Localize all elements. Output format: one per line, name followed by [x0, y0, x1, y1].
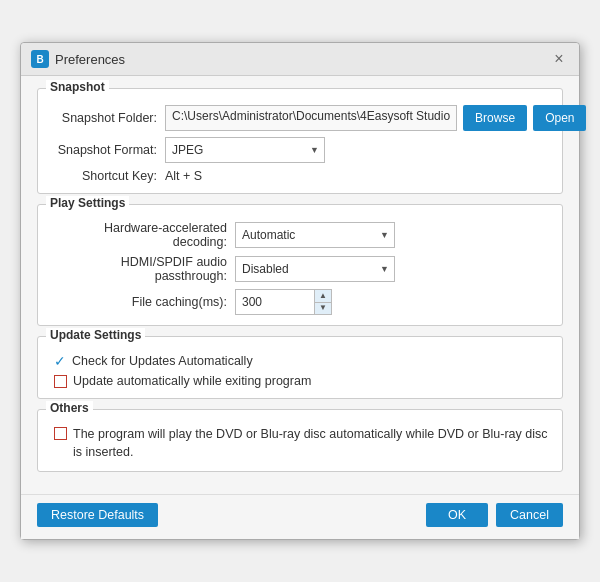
- others-row: The program will play the DVD or Blu-ray…: [50, 426, 550, 461]
- cache-input[interactable]: [235, 289, 315, 315]
- auto-update-row: Update automatically while exiting progr…: [50, 374, 550, 388]
- cache-spinner: ▲ ▼: [235, 289, 332, 315]
- hw-label: Hardware-accelerated decoding:: [50, 221, 235, 249]
- hdmi-select-wrapper: Disabled Enabled: [235, 256, 395, 282]
- app-icon: B: [31, 50, 49, 68]
- others-text: The program will play the DVD or Blu-ray…: [73, 426, 550, 461]
- auto-update-checkbox[interactable]: [54, 375, 67, 388]
- others-content: The program will play the DVD or Blu-ray…: [50, 426, 550, 461]
- shortcut-label: Shortcut Key:: [50, 169, 165, 183]
- hdmi-row: HDMI/SPDIF audio passthrough: Disabled E…: [50, 255, 550, 283]
- dialog-footer: Restore Defaults OK Cancel: [21, 494, 579, 539]
- check-updates-row: ✓ Check for Updates Automatically: [50, 353, 550, 369]
- spinner-down-button[interactable]: ▼: [315, 303, 331, 315]
- play-settings-content: Hardware-accelerated decoding: Automatic…: [50, 221, 550, 315]
- format-select[interactable]: JPEG PNG BMP: [165, 137, 325, 163]
- hw-select[interactable]: Automatic Disabled: [235, 222, 395, 248]
- preferences-dialog: B Preferences × Snapshot Snapshot Folder…: [20, 42, 580, 540]
- dialog-body: Snapshot Snapshot Folder: C:\Users\Admin…: [21, 76, 579, 494]
- check-updates-label: Check for Updates Automatically: [72, 354, 253, 368]
- play-settings-section: Play Settings Hardware-accelerated decod…: [37, 204, 563, 326]
- dialog-title: Preferences: [55, 52, 125, 67]
- format-label: Snapshot Format:: [50, 143, 165, 157]
- hw-row: Hardware-accelerated decoding: Automatic…: [50, 221, 550, 249]
- folder-row: Snapshot Folder: C:\Users\Administrator\…: [50, 105, 550, 131]
- browse-button[interactable]: Browse: [463, 105, 527, 131]
- spinner-up-button[interactable]: ▲: [315, 290, 331, 303]
- open-button[interactable]: Open: [533, 105, 586, 131]
- shortcut-value: Alt + S: [165, 169, 202, 183]
- ok-button[interactable]: OK: [426, 503, 488, 527]
- folder-label: Snapshot Folder:: [50, 111, 165, 125]
- snapshot-content: Snapshot Folder: C:\Users\Administrator\…: [50, 105, 550, 183]
- update-settings-content: ✓ Check for Updates Automatically Update…: [50, 353, 550, 388]
- folder-input-group: C:\Users\Administrator\Documents\4Easyso…: [165, 105, 586, 131]
- play-settings-title: Play Settings: [46, 196, 129, 210]
- format-select-wrapper: JPEG PNG BMP: [165, 137, 325, 163]
- footer-right-buttons: OK Cancel: [426, 503, 563, 527]
- title-bar: B Preferences ×: [21, 43, 579, 76]
- title-bar-left: B Preferences: [31, 50, 125, 68]
- hw-select-wrapper: Automatic Disabled: [235, 222, 395, 248]
- others-section: Others The program will play the DVD or …: [37, 409, 563, 472]
- cache-row: File caching(ms): ▲ ▼: [50, 289, 550, 315]
- others-title: Others: [46, 401, 93, 415]
- auto-update-label: Update automatically while exiting progr…: [73, 374, 311, 388]
- checkmark-icon: ✓: [54, 353, 66, 369]
- spinner-buttons: ▲ ▼: [315, 289, 332, 315]
- format-row: Snapshot Format: JPEG PNG BMP: [50, 137, 550, 163]
- close-button[interactable]: ×: [549, 49, 569, 69]
- snapshot-section-title: Snapshot: [46, 80, 109, 94]
- update-settings-title: Update Settings: [46, 328, 145, 342]
- shortcut-row: Shortcut Key: Alt + S: [50, 169, 550, 183]
- update-settings-section: Update Settings ✓ Check for Updates Auto…: [37, 336, 563, 399]
- cancel-button[interactable]: Cancel: [496, 503, 563, 527]
- snapshot-section: Snapshot Snapshot Folder: C:\Users\Admin…: [37, 88, 563, 194]
- cache-label: File caching(ms):: [50, 295, 235, 309]
- restore-defaults-button[interactable]: Restore Defaults: [37, 503, 158, 527]
- folder-path-display: C:\Users\Administrator\Documents\4Easyso…: [165, 105, 457, 131]
- hdmi-select[interactable]: Disabled Enabled: [235, 256, 395, 282]
- others-checkbox[interactable]: [54, 427, 67, 440]
- hdmi-label: HDMI/SPDIF audio passthrough:: [50, 255, 235, 283]
